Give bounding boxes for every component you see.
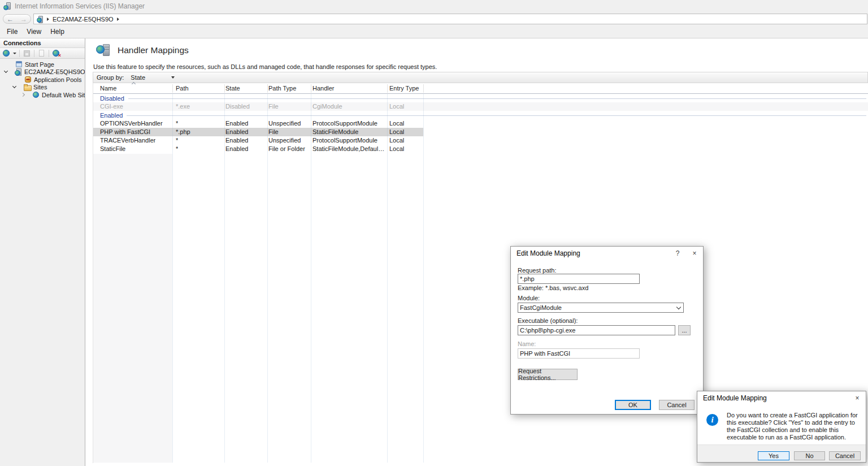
sorted-column-shade	[93, 154, 172, 463]
group-label: Disabled	[100, 95, 124, 102]
toolbar-separator	[34, 50, 34, 57]
column-header-state[interactable]: State	[225, 85, 240, 92]
feature-description: Use this feature to specify the resource…	[93, 63, 437, 70]
start-page-icon	[15, 61, 23, 68]
dialog-titlebar[interactable]: Edit Module Mapping ? ×	[511, 247, 703, 260]
cell-entry-type: Local	[389, 103, 404, 110]
cell-handler: CgiModule	[313, 103, 342, 110]
close-icon[interactable]: ×	[686, 249, 703, 257]
group-divider-line	[127, 115, 866, 116]
column-header-entry-type[interactable]: Entry Type	[389, 85, 419, 92]
column-grid-line	[311, 94, 311, 463]
server-icon	[15, 68, 22, 76]
breadcrumb-server[interactable]: EC2AMAZ-E5QHS9O	[53, 16, 114, 23]
ok-button[interactable]: OK	[615, 400, 651, 410]
request-path-input[interactable]	[518, 274, 640, 284]
column-header-handler[interactable]: Handler	[313, 85, 335, 92]
column-separator[interactable]	[387, 84, 388, 93]
menu-item-help[interactable]: Help	[46, 26, 69, 37]
chevron-expanded-icon[interactable]	[4, 69, 8, 73]
cell-handler: StaticFileModule,DefaultDocu...	[313, 145, 386, 152]
create-connection-dropdown-icon[interactable]	[13, 53, 16, 54]
edit-module-mapping-dialog: Edit Module Mapping ? × Request path: Ex…	[510, 246, 704, 415]
table-row-traceverbhandler[interactable]: TRACEVerbHandler*EnabledUnspecifiedProto…	[93, 136, 868, 145]
module-select[interactable]: FastCgiModule	[518, 303, 684, 313]
cell-state: Enabled	[225, 145, 248, 152]
column-separator[interactable]	[224, 84, 225, 93]
connections-header: Connections	[0, 38, 85, 48]
cell-handler: StaticFileModule	[313, 128, 358, 135]
create-connection-icon[interactable]	[2, 49, 11, 58]
column-separator[interactable]	[267, 84, 268, 93]
dialog-titlebar[interactable]: Edit Module Mapping ×	[697, 391, 866, 405]
breadcrumb[interactable]: EC2AMAZ-E5QHS9O	[33, 14, 867, 24]
delete-connection-icon[interactable]: ×	[52, 49, 60, 58]
no-button[interactable]: No	[794, 451, 825, 460]
sort-ascending-icon	[132, 82, 136, 86]
forward-button[interactable]: →	[20, 16, 27, 23]
table-row-staticfile[interactable]: StaticFile*EnabledFile or FolderStaticFi…	[93, 145, 868, 153]
cell-path-type: Unspecified	[268, 120, 301, 127]
info-icon: i	[706, 414, 718, 426]
cancel-button[interactable]: Cancel	[659, 400, 695, 410]
browse-button[interactable]: ...	[678, 325, 691, 335]
sidebar-item-start-page[interactable]: Start Page	[0, 61, 85, 68]
up-icon	[37, 49, 46, 58]
menu-item-view[interactable]: View	[22, 26, 46, 37]
group-by-select[interactable]: State	[128, 74, 177, 81]
cell-name: TRACEVerbHandler	[100, 137, 155, 144]
column-separator[interactable]	[311, 84, 311, 93]
cell-name: CGI-exe	[100, 103, 123, 110]
cell-handler: ProtocolSupportModule	[313, 120, 377, 127]
back-button[interactable]: ←	[7, 16, 14, 23]
cell-entry-type: Local	[389, 137, 404, 144]
column-header-path[interactable]: Path	[176, 85, 189, 92]
chevron-expanded-icon[interactable]	[12, 84, 16, 88]
chevron-collapsed-icon[interactable]	[21, 93, 25, 97]
executable-input[interactable]	[518, 325, 675, 335]
group-header-disabled[interactable]: Disabled	[93, 94, 868, 102]
column-header-path-type[interactable]: Path Type	[268, 85, 296, 92]
close-icon[interactable]: ×	[849, 394, 866, 402]
cell-path-type: File	[268, 128, 279, 135]
menu-item-file[interactable]: File	[2, 26, 22, 37]
column-header-name[interactable]: Name	[100, 85, 116, 92]
crumb-separator-icon	[117, 18, 119, 21]
module-label: Module:	[518, 295, 540, 301]
column-grid-line	[224, 94, 225, 463]
sidebar-item-sites[interactable]: Sites	[0, 84, 85, 92]
dialog-title: Edit Module Mapping	[517, 249, 580, 257]
table-row-cgi-exe[interactable]: CGI-exe*.exeDisabledFileCgiModuleLocal	[93, 102, 868, 111]
cell-entry-type: Local	[389, 145, 404, 152]
sidebar-item-label: Application Pools	[34, 76, 81, 83]
cell-state: Enabled	[225, 128, 248, 135]
sidebar-item-default-web-site[interactable]: Default Web Site	[0, 91, 85, 99]
column-separator[interactable]	[172, 84, 173, 93]
list-column-header: NamePathStatePath TypeHandlerEntry Type	[93, 83, 868, 94]
request-restrictions-button[interactable]: Request Restrictions...	[518, 369, 578, 380]
group-header-enabled[interactable]: Enabled	[93, 111, 868, 119]
sidebar-item-ec2amaz-e5qhs9o-ec2am[interactable]: EC2AMAZ-E5QHS9O (EC2AM	[0, 68, 85, 76]
cell-state: Enabled	[225, 137, 248, 144]
sidebar-item-label: Default Web Site	[42, 92, 85, 98]
cell-name: PHP with FastCGI	[100, 128, 150, 135]
cell-path-type: File	[268, 103, 279, 110]
request-path-example: Example: *.bas, wsvc.axd	[518, 284, 588, 291]
sites-icon	[24, 84, 31, 91]
page-title: Handler Mappings	[118, 45, 189, 55]
apppools-icon	[24, 76, 32, 83]
yes-button[interactable]: Yes	[758, 451, 789, 460]
connections-tree: Start PageEC2AMAZ-E5QHS9O (EC2AMApplicat…	[0, 59, 85, 99]
cancel-button[interactable]: Cancel	[829, 451, 861, 460]
table-row-optionsverbhandler[interactable]: OPTIONSVerbHandler*EnabledUnspecifiedPro…	[93, 119, 868, 128]
handler-mappings-icon	[96, 44, 111, 57]
cell-path-type: Unspecified	[268, 137, 301, 144]
sidebar-item-label: Start Page	[25, 61, 54, 68]
toolbar-separator	[19, 50, 20, 57]
column-separator[interactable]	[423, 84, 424, 93]
help-icon[interactable]: ?	[669, 249, 686, 257]
sidebar-item-application-pools[interactable]: Application Pools	[0, 76, 85, 84]
cell-path-type: File or Folder	[268, 145, 305, 152]
table-row-php-with-fastcgi[interactable]: PHP with FastCGI*.phpEnabledFileStaticFi…	[93, 128, 423, 136]
confirm-message: Do you want to create a FastCGI applicat…	[727, 412, 863, 441]
